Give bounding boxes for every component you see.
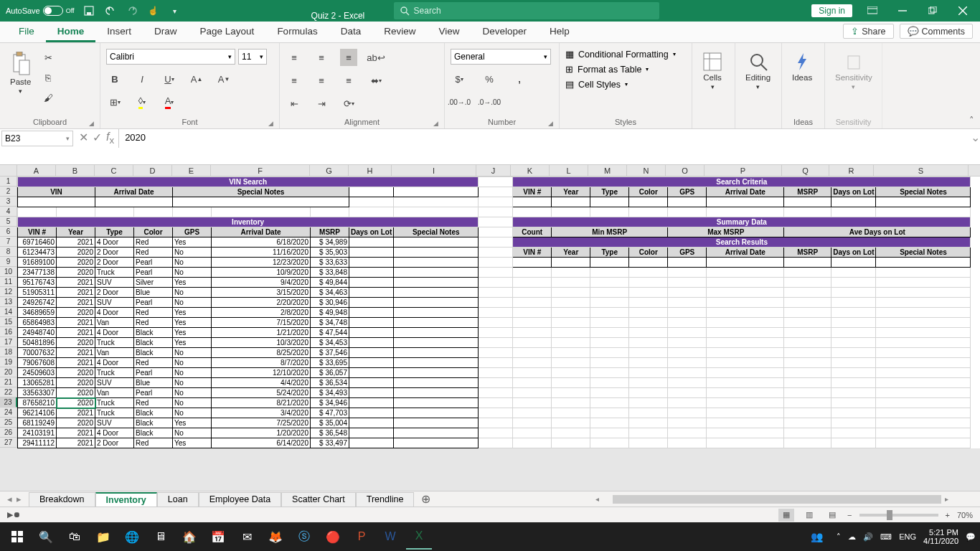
ideas-button[interactable]: Ideas (788, 49, 816, 85)
minimize-icon[interactable] (892, 1, 913, 21)
powerpoint-icon[interactable]: P (349, 524, 374, 550)
ribbon-tab-insert[interactable]: Insert (95, 22, 143, 42)
onedrive-icon[interactable]: ☁ (848, 532, 856, 542)
ribbon-tab-review[interactable]: Review (372, 22, 427, 42)
app-icon[interactable]: 🖥 (148, 524, 174, 550)
macro-record-icon[interactable]: ▶⏺ (7, 510, 21, 519)
fx-icon[interactable]: fx (106, 131, 114, 146)
tray-chevron-icon[interactable]: ˄ (837, 532, 841, 542)
row-header-27[interactable]: 27 (0, 438, 17, 448)
col-header-R[interactable]: R (829, 165, 874, 176)
sheet-tab-trendline[interactable]: Trendline (356, 492, 415, 507)
borders-icon[interactable]: ⊞ ▾ (106, 93, 123, 110)
zoom-out-icon[interactable]: − (847, 511, 852, 519)
sheet-tab-employee-data[interactable]: Employee Data (199, 492, 281, 507)
col-header-H[interactable]: H (349, 165, 392, 176)
number-launcher-icon[interactable]: ◢ (548, 120, 553, 127)
row-header-14[interactable]: 14 (0, 307, 17, 317)
share-button[interactable]: ⇪Share (843, 24, 893, 39)
expand-formula-bar-icon[interactable]: ⌄ (970, 129, 980, 164)
row-header-24[interactable]: 24 (0, 408, 17, 418)
comments-button[interactable]: 💬Comments (900, 24, 973, 39)
row-header-25[interactable]: 25 (0, 418, 17, 428)
font-size-select[interactable]: 11▾ (238, 49, 267, 65)
row-header-1[interactable]: 1 (0, 176, 17, 187)
cut-icon[interactable]: ✂ (39, 49, 57, 66)
normal-view-icon[interactable]: ▦ (778, 509, 794, 522)
underline-icon[interactable]: U ▾ (161, 70, 178, 88)
ribbon-tab-view[interactable]: View (427, 22, 471, 42)
clipboard-launcher-icon[interactable]: ◢ (89, 120, 94, 127)
enter-formula-icon[interactable]: ✓ (93, 131, 102, 144)
col-header-B[interactable]: B (56, 165, 95, 176)
cells-button[interactable]: Cells▾ (698, 49, 727, 93)
col-header-K[interactable]: K (511, 165, 550, 176)
formula-input[interactable]: 2020 (119, 129, 970, 164)
row-header-15[interactable]: 15 (0, 317, 17, 327)
zoom-slider[interactable] (859, 514, 938, 517)
conditional-formatting-button[interactable]: ▦Conditional Formatting▾ (565, 49, 676, 60)
search-taskbar-icon[interactable]: 🔍 (33, 524, 59, 550)
name-box[interactable]: B23▾ (1, 131, 73, 146)
currency-icon[interactable]: $ ▾ (451, 70, 468, 88)
wrap-text-icon[interactable]: ab↩ (367, 49, 385, 66)
copy-icon[interactable]: ⎘ (39, 69, 57, 86)
row-header-11[interactable]: 11 (0, 277, 17, 287)
decrease-indent-icon[interactable]: ⇤ (286, 95, 303, 112)
file-explorer-icon[interactable]: 📁 (90, 524, 116, 550)
ribbon-tab-file[interactable]: File (7, 22, 46, 42)
store-icon[interactable]: 🛍 (62, 524, 88, 550)
keyboard-icon[interactable]: ⌨ (880, 532, 892, 542)
italic-icon[interactable]: I (133, 70, 151, 88)
page-break-view-icon[interactable]: ▤ (824, 509, 840, 522)
clock[interactable]: 5:21 PM 4/11/2020 (923, 528, 958, 545)
touch-mode-icon[interactable]: ☝ (146, 4, 161, 18)
col-header-S[interactable]: S (874, 165, 969, 176)
row-header-9[interactable]: 9 (0, 257, 17, 267)
font-name-select[interactable]: Calibri▾ (106, 49, 235, 65)
col-header-Q[interactable]: Q (782, 165, 829, 176)
excel-taskbar-icon[interactable]: X (406, 524, 432, 550)
zoom-level[interactable]: 70% (957, 511, 973, 519)
add-sheet-button[interactable]: ⊕ (414, 492, 438, 506)
row-header-22[interactable]: 22 (0, 387, 17, 397)
ribbon-tab-formulas[interactable]: Formulas (265, 22, 329, 42)
row-header-3[interactable]: 3 (0, 197, 17, 207)
cancel-formula-icon[interactable]: ✕ (79, 131, 88, 144)
increase-indent-icon[interactable]: ⇥ (313, 95, 330, 112)
chrome-icon[interactable]: 🔴 (320, 524, 346, 550)
align-middle-icon[interactable]: ≡ (313, 49, 330, 66)
edge-icon[interactable]: 🌐 (119, 524, 145, 550)
col-header-J[interactable]: J (476, 165, 511, 176)
ribbon-tab-data[interactable]: Data (329, 22, 373, 42)
col-header-D[interactable]: D (133, 165, 172, 176)
align-bottom-icon[interactable]: ≡ (340, 49, 357, 66)
row-header-5[interactable]: 5 (0, 217, 17, 227)
maximize-icon[interactable] (923, 1, 943, 21)
select-all-corner[interactable] (0, 165, 17, 176)
font-color-icon[interactable]: A ▾ (161, 93, 178, 110)
sheet-tab-breakdown[interactable]: Breakdown (29, 492, 95, 507)
col-header-N[interactable]: N (627, 165, 666, 176)
sheet-nav-next-icon[interactable]: ▸ (17, 494, 22, 504)
row-header-17[interactable]: 17 (0, 337, 17, 347)
sheet-tab-loan[interactable]: Loan (157, 492, 199, 507)
row-header-12[interactable]: 12 (0, 287, 17, 297)
skype-icon[interactable]: ⓢ (291, 524, 317, 550)
start-icon[interactable] (4, 524, 30, 550)
orientation-icon[interactable]: ⟳ ▾ (340, 95, 357, 112)
align-left-icon[interactable]: ≡ (286, 72, 303, 89)
autosave-toggle[interactable]: AutoSave Off (6, 6, 75, 16)
increase-decimal-icon[interactable]: .00→.0 (451, 93, 468, 110)
decrease-decimal-icon[interactable]: .0→.00 (481, 93, 498, 110)
ribbon-tab-home[interactable]: Home (46, 22, 96, 42)
align-right-icon[interactable]: ≡ (340, 72, 357, 89)
page-layout-view-icon[interactable]: ▥ (801, 509, 817, 522)
percent-icon[interactable]: % (481, 70, 498, 88)
notifications-icon[interactable]: 💬 (966, 532, 976, 542)
row-header-23[interactable]: 23 (0, 397, 17, 408)
save-icon[interactable] (82, 4, 96, 18)
decrease-font-icon[interactable]: A▼ (215, 70, 232, 88)
col-header-I[interactable]: I (392, 165, 476, 176)
paste-button[interactable]: Paste▾ (6, 49, 35, 98)
